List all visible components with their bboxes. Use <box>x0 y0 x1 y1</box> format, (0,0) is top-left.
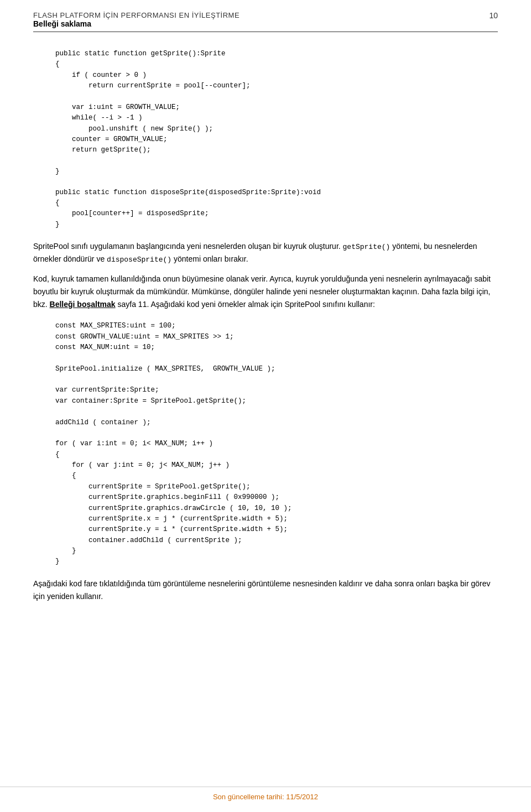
header-subtitle: Belleği saklama <box>33 19 498 28</box>
paragraph-1: SpritePool sınıfı uygulamanın başlangıcı… <box>33 240 498 266</box>
bellek-link[interactable]: Belleği boşaltmak <box>50 300 116 309</box>
paragraph-1-text: SpritePool sınıfı uygulamanın başlangıcı… <box>33 242 341 251</box>
page-header: FLASH PLATFORM İÇİN PERFORMANSI EN İYİLE… <box>33 11 498 32</box>
inline-code-1: getSprite() <box>343 243 391 251</box>
page-number: 10 <box>489 11 498 20</box>
code-block-1: public static function getSprite():Sprit… <box>55 49 498 178</box>
paragraph-2: Kod, kuyruk tamamen kullanıldığında onun… <box>33 273 498 311</box>
header-title: FLASH PLATFORM İÇİN PERFORMANSI EN İYİLE… <box>33 11 498 19</box>
paragraph-2-rest-text: sayfa 11. Aşağıdaki kod yeni örnekler al… <box>118 300 375 309</box>
code-block-3: const MAX_SPRITES:uint = 100; const GROW… <box>55 321 498 568</box>
footer-text: Son güncelleme tarihi: 11/5/2012 <box>213 793 318 801</box>
paragraph-1-rest2: yöntemi onları bırakır. <box>174 254 248 263</box>
paragraph-3: Aşağıdaki kod fare tıklatıldığında tüm g… <box>33 577 498 603</box>
page: FLASH PLATFORM İÇİN PERFORMANSI EN İYİLE… <box>0 0 531 812</box>
inline-code-2: disposeSprite() <box>107 256 171 264</box>
footer: Son güncelleme tarihi: 11/5/2012 <box>0 787 531 801</box>
code-block-2: public static function disposeSprite(dis… <box>55 188 498 231</box>
